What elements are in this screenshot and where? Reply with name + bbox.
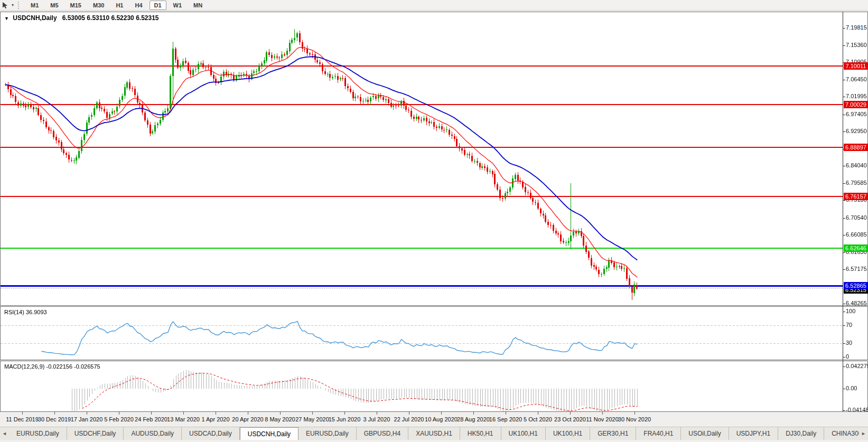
price-axis-tick: 7.06450 — [846, 76, 867, 82]
chart-tab-bar: ◄ EURUSD,DailyUSDCHF,DailyAUDUSD,DailyUS… — [0, 427, 868, 440]
date-axis-tick-mark — [280, 412, 281, 415]
date-axis-tick-mark — [409, 412, 409, 415]
price-axis-tick-mark — [843, 304, 845, 304]
price-axis-tick: 6.48265 — [846, 300, 867, 306]
price-level-badge: 7.00029 — [844, 101, 868, 108]
timeframe-h1[interactable]: H1 — [111, 1, 128, 10]
date-axis-tick-mark — [119, 412, 119, 415]
tab-usoil-daily[interactable]: USOil,Daily — [681, 427, 729, 440]
tab-dj30-daily[interactable]: DJ30,Daily — [778, 427, 824, 440]
date-axis-tick-mark — [377, 412, 377, 415]
rsi-axis-tick-mark — [843, 312, 845, 312]
tab-eurusd-daily[interactable]: EURUSD,Daily — [298, 427, 357, 440]
date-axis-label: 16 Sep 2020 — [489, 416, 522, 422]
macd-axis-tick: 0.042275 — [846, 363, 868, 369]
timeframe-h4[interactable]: H4 — [130, 1, 147, 10]
price-level-badge: 6.62646 — [844, 244, 868, 252]
price-axis-tick: 6.70540 — [846, 214, 867, 221]
date-axis-label: 1 Apr 2020 — [201, 416, 229, 422]
tab-audusd-daily[interactable]: AUDUSD,Daily — [124, 427, 182, 440]
tab-gbpusd-h4[interactable]: GBPUSD,H4 — [357, 427, 408, 440]
macd-pane — [0, 361, 868, 412]
price-axis-tick-mark — [843, 28, 845, 29]
macd-axis-tick-mark — [843, 389, 845, 389]
tab-usdcad-daily[interactable]: USDCAD,Daily — [182, 427, 240, 440]
date-axis-label: 5 Feb 2020 — [104, 416, 134, 422]
rsi-axis-tick-mark — [843, 343, 845, 344]
timeframe-w1[interactable]: W1 — [169, 1, 187, 10]
price-level-badge: 7.10011 — [844, 62, 868, 70]
date-axis-tick-mark — [634, 412, 635, 415]
date-axis-label: 30 Dec 2019 — [38, 416, 71, 422]
chart-menu-caret-icon[interactable]: ▼ — [4, 16, 9, 21]
price-axis-tick-mark — [843, 97, 845, 97]
macd-axis-tick: 0.00 — [846, 385, 857, 391]
date-axis-label: 11 Dec 2019 — [6, 416, 39, 422]
tab-usdjpy-h1[interactable]: USDJPY,H1 — [729, 427, 778, 440]
tab-ger30-h1[interactable]: GER30,H1 — [590, 427, 636, 440]
macd-canvas[interactable] — [1, 361, 843, 411]
date-axis-tick-mark — [216, 412, 216, 415]
tab-fra40-h1[interactable]: FRA40,H1 — [636, 427, 681, 440]
tab-usdcnh-daily[interactable]: USDCNH,Daily — [240, 427, 298, 440]
tab-uk100-h1[interactable]: UK100,H1 — [501, 427, 546, 440]
date-axis-tick-mark — [473, 412, 474, 415]
tab-uk100-h1[interactable]: UK100,H1 — [546, 427, 590, 440]
price-axis-tick-mark — [843, 218, 845, 219]
tab-eurusd-daily[interactable]: EURUSD,Daily — [9, 427, 67, 440]
price-axis-tick-mark — [843, 80, 845, 80]
price-level-badge: 6.52865 — [844, 282, 868, 289]
date-axis-label: 10 Aug 2020 — [425, 416, 458, 422]
date-axis-label: 23 Oct 2020 — [554, 416, 586, 422]
price-axis-tick: 6.92950 — [846, 128, 867, 134]
price-axis-tick-mark — [843, 131, 845, 132]
timeframe-d1[interactable]: D1 — [150, 1, 166, 10]
rsi-axis-tick-mark — [843, 357, 845, 358]
rsi-canvas[interactable] — [1, 307, 843, 360]
rsi-axis-tick-mark — [843, 325, 845, 326]
timeframe-m15[interactable]: M15 — [66, 1, 86, 10]
price-axis-tick: 6.66085 — [846, 231, 867, 238]
tab-usdchf-daily[interactable]: USDCHF,Daily — [67, 427, 124, 440]
date-axis-tick-mark — [312, 412, 313, 415]
rsi-indicator-label: RSI(14) 36.9093 — [4, 309, 47, 315]
price-axis-tick: 7.01995 — [846, 93, 867, 99]
price-axis-tick: 6.84040 — [846, 162, 867, 168]
tab-xauusd-h1[interactable]: XAUUSD,H1 — [408, 427, 460, 440]
main-chart-canvas[interactable] — [1, 12, 843, 305]
timeframe-m1[interactable]: M1 — [26, 1, 43, 10]
price-axis-tick: 6.79585 — [846, 180, 867, 186]
tab-scroll-right-icon[interactable]: ► — [859, 427, 868, 440]
rsi-axis-tick: 100 — [846, 308, 855, 314]
date-axis-tick-mark — [538, 412, 538, 415]
price-axis-tick-mark — [843, 166, 845, 166]
chart-symbol-label: USDCNH,Daily — [13, 14, 57, 22]
tab-hk50-h1[interactable]: HK50,H1 — [460, 427, 501, 440]
date-axis-tick-mark — [344, 412, 345, 415]
date-axis-label: 30 Nov 2020 — [618, 416, 651, 422]
date-axis-tick-mark — [602, 412, 603, 415]
date-axis-tick-mark — [183, 412, 184, 415]
date-axis-tick-mark — [22, 412, 23, 415]
rsi-axis-tick: 0 — [846, 353, 849, 360]
cursor-tool-caret-icon[interactable]: ▾ — [10, 3, 16, 7]
cursor-tool-icon[interactable] — [0, 1, 10, 10]
date-axis-label: 13 Mar 2020 — [167, 416, 200, 422]
chart-title: ▼ USDCNH,Daily 6.53005 6.53110 6.52230 6… — [4, 14, 159, 22]
mt4-terminal: ▾ M1M5M15M30H1H4D1W1MN ▼ USDCNH,Daily 6.… — [0, 0, 868, 442]
date-axis-label: 3 Jul 2020 — [363, 416, 390, 422]
price-axis-tick-mark — [843, 115, 845, 115]
tab-china300-h1[interactable]: CHINA300,H1 — [824, 427, 859, 440]
timeframe-m30[interactable]: M30 — [88, 1, 109, 10]
date-axis-label: 15 Jun 2020 — [329, 416, 361, 422]
date-axis-tick-mark — [570, 412, 571, 415]
date-axis-label: 22 Jul 2020 — [394, 416, 424, 422]
price-axis-tick: 6.97405 — [846, 111, 867, 117]
timeframe-m5[interactable]: M5 — [45, 1, 63, 10]
timeframe-mn[interactable]: MN — [189, 1, 207, 10]
tab-scroll-left-icon[interactable]: ◄ — [0, 427, 9, 440]
price-axis-tick: 7.19815 — [846, 24, 867, 31]
timeframe-toolbar: ▾ M1M5M15M30H1H4D1W1MN — [0, 0, 868, 11]
price-axis-line — [843, 12, 843, 412]
price-axis-tick-mark — [843, 252, 845, 253]
